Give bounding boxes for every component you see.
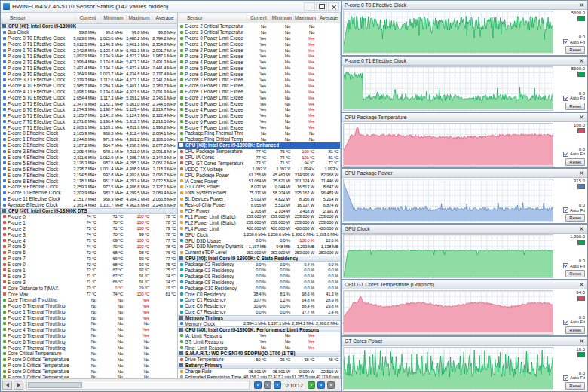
graph-titlebar[interactable]: CPU Package Power xyxy=(342,169,587,178)
sensor-row[interactable]: PCH Power2.306 W2.104 W3.418 W2.391 W xyxy=(178,208,340,214)
sensor-row[interactable]: E-core 10 Effective Clock2,203.9 MHz983.… xyxy=(1,190,177,196)
sensor-row[interactable]: P-core 773 °C69 °C99 °C77 °C xyxy=(1,256,177,262)
sensor-row[interactable]: P-core 0 Thermal ThrottlingNoNoYes xyxy=(1,303,177,309)
column-header-maximum[interactable]: Maximum xyxy=(126,15,152,20)
sensor-row[interactable]: P-core 672 °C68 °C98 °C76 °C xyxy=(1,250,177,256)
sensor-row[interactable]: P-core 6 Thermal ThrottlingNoNoNo xyxy=(1,338,177,345)
sensor-group-header[interactable]: CPU [#0]: Intel Core i9-13900K xyxy=(1,23,177,29)
autofit-checkbox[interactable]: Auto Fit xyxy=(563,320,585,325)
sensor-row[interactable]: P-core 3 T0 Effective Clock2,364.9 MHz1,… xyxy=(1,71,177,77)
column-header-average[interactable]: Average xyxy=(317,15,340,20)
sensor-row[interactable]: CPU GT Cores Temperature (Graphics)73 °C… xyxy=(178,160,340,166)
sensor-row[interactable]: E-core 4 Effective Clock2,311.6 MHz1,012… xyxy=(1,155,177,161)
sensor-row[interactable]: P-core 0 T1 Effective Clock3,012.5 MHz1,… xyxy=(1,41,177,47)
scrollbar-thumb[interactable] xyxy=(28,382,82,388)
sensor-row[interactable]: Package C8 Residency0.0 %0.0 %0.0 %0.0 % xyxy=(178,279,340,285)
collapse-icon[interactable] xyxy=(2,24,6,28)
sensor-row[interactable]: GPU D3D Usage8.0 %0.0 %100.0 %12.6 % xyxy=(178,237,340,243)
sensor-row[interactable]: Core C7 Residency0.0 %0.0 %37.7 %2.4 % xyxy=(178,309,340,315)
sensor-row[interactable]: E-core 3 Critical TemperatureNoNoNo xyxy=(178,29,340,35)
sensor-row[interactable]: E-core 2 Power Limit ExceededYesNoYes xyxy=(178,95,340,101)
sensor-row[interactable]: PL1 Power Limit (Static)253.000 W253.000… xyxy=(178,214,340,220)
sensor-row[interactable]: P-core 5 Power Limit ExceededYesNoYes xyxy=(178,65,340,71)
autofit-checkbox[interactable]: Auto Fit xyxy=(563,375,585,381)
minimize-icon[interactable] xyxy=(304,2,315,11)
sensor-row[interactable]: P-core 1 T1 Effective Clock2,092.9 MHz1,… xyxy=(1,53,177,59)
sensor-row[interactable]: Core Distance to TjMAX23 °C0 °C29 °C19 °… xyxy=(1,285,177,291)
sensor-group-header[interactable]: Memory Timings xyxy=(178,315,340,321)
sensor-row[interactable]: VDDQ TX Voltage1.093 V1.093 V1.094 V1.09… xyxy=(178,166,340,172)
sensor-row[interactable]: E-core 8 Effective Clock2,178.1 MHz961.2… xyxy=(1,178,177,184)
settings-gears-icon[interactable] xyxy=(264,381,271,389)
sensor-row[interactable]: Bus Clock99.8 MHz99.8 MHz99.8 MHz99.8 MH… xyxy=(1,29,177,35)
sensor-row[interactable]: P-core 4 T1 Effective Clock2,098.1 MHz1,… xyxy=(1,89,177,95)
sensor-row[interactable]: E-core 6 Effective Clock2,238.7 MHz1,001… xyxy=(1,166,177,172)
graph-titlebar[interactable]: GPU Clock xyxy=(342,225,587,234)
sensor-row[interactable]: Drive Temperature50 °C35 °C58 °C48 °C xyxy=(178,357,340,363)
graphs-icon[interactable] xyxy=(317,381,325,389)
configure-icon[interactable] xyxy=(327,381,335,389)
sensor-row[interactable]: P-core 5 T0 Effective Clock2,654.4 MHz1,… xyxy=(1,95,177,101)
sensor-row[interactable]: IA: Limit ReasonsYesNoYes xyxy=(178,332,340,338)
sensor-row[interactable]: P-core 3 Power Limit ExceededYesNoYes xyxy=(178,53,340,59)
collapse-icon[interactable] xyxy=(179,351,183,355)
sensor-group-header[interactable]: CPU [#0]: Intel Core i9-13900K DTS xyxy=(1,208,177,214)
column-header-current[interactable]: Current xyxy=(75,15,100,20)
column-header-current[interactable]: Current xyxy=(247,15,270,20)
sensor-row[interactable]: P-core 6 T1 Effective Clock2,185.7 MHz1,… xyxy=(1,112,177,118)
sensor-row[interactable]: E-core 1 Power Limit ExceededYesNoYes xyxy=(178,89,340,95)
sensor-row[interactable]: Charge Rate-35.901 W-35.901 W0.000 W-22.… xyxy=(178,369,340,375)
graph-close-icon[interactable] xyxy=(578,225,585,232)
graph-close-icon[interactable] xyxy=(578,338,585,345)
graph-close-icon[interactable] xyxy=(578,57,585,64)
sensor-row[interactable]: Package C6 Residency0.0 %0.0 %0.0 %0.0 % xyxy=(178,273,340,279)
sensor-row[interactable]: P-core 7 T1 Effective Clock2,065.1 MHz1,… xyxy=(1,124,177,130)
close-icon[interactable] xyxy=(328,2,339,11)
column-header-sensor[interactable]: Sensor xyxy=(178,15,247,20)
sensor-row[interactable]: P-core 4 Thermal ThrottlingNoNoYes xyxy=(1,326,177,332)
sensor-row[interactable]: E-core 172 °C67 °C92 °C75 °C xyxy=(1,268,177,274)
sensor-row[interactable]: Total System Power75.311 W58.204 W335.16… xyxy=(178,190,340,196)
sensor-row[interactable]: P-core 0 Critical TemperatureNoNoNo xyxy=(1,357,177,363)
autofit-checkbox[interactable]: Auto Fit xyxy=(563,39,585,44)
collapse-icon[interactable] xyxy=(2,209,6,213)
graph-titlebar[interactable]: GT Cores Power xyxy=(342,337,587,346)
sensor-row[interactable]: P-core 5 T1 Effective Clock2,347.9 MHz1,… xyxy=(1,101,177,107)
sensor-row[interactable]: Average Effective Clock2,361.4 MHz1,101.… xyxy=(1,202,177,208)
checkbox-icon[interactable] xyxy=(563,152,568,157)
sensor-row[interactable]: P-core 574 °C70 °C100 °C78 °C xyxy=(1,243,177,250)
sensor-row[interactable]: CPU Package Temperature77 °C75 °C100 °C8… xyxy=(178,149,340,155)
checkbox-icon[interactable] xyxy=(563,320,568,325)
sensor-row[interactable]: CPU Package Power61.156 W45.463 W314.995… xyxy=(178,172,340,178)
sensor-row[interactable]: E-core 2 Effective Clock2,187.2 MHz954.7… xyxy=(1,142,177,149)
reset-button[interactable]: Reset xyxy=(565,270,585,277)
sensor-row[interactable]: Core Max77 °C74 °C100 °C81 °C xyxy=(1,291,177,297)
sensor-row[interactable]: E-core 4 Power Limit ExceededYesNoYes xyxy=(178,106,340,112)
sensor-group-header[interactable]: Battery: Primary xyxy=(178,363,340,369)
sensor-row[interactable]: E-core 3 Power Limit ExceededYesNoYes xyxy=(178,101,340,107)
sensor-row[interactable]: E-core 6 Power Limit ExceededYesNoYes xyxy=(178,118,340,124)
sensor-row[interactable]: E-core 9 Effective Clock2,259.3 MHz977.5… xyxy=(1,184,177,190)
reset-button[interactable]: Reset xyxy=(565,214,585,222)
sensor-row[interactable]: P-core 4 T0 Effective Clock2,985.7 MHz1,… xyxy=(1,83,177,89)
sensor-row[interactable]: P-core 1 Critical TemperatureNoNoNo xyxy=(1,363,177,369)
sensor-row[interactable]: E-core 7 Power Limit ExceededYesNoYes xyxy=(178,124,340,130)
sensor-row[interactable]: E-core 5 Power Limit ExceededYesNoYes xyxy=(178,112,340,118)
sensor-row[interactable]: P-core 275 °C71 °C100 °C79 °C xyxy=(1,225,177,231)
checkbox-icon[interactable] xyxy=(563,263,568,268)
checkbox-icon[interactable] xyxy=(563,375,568,381)
sensor-row[interactable]: Package C10 Residency0.0 %0.0 %0.0 %0.0 … xyxy=(178,285,340,291)
sensor-row[interactable]: P-core 374 °C70 °C99 °C78 °C xyxy=(1,231,177,237)
column-header-sensor[interactable]: Sensor xyxy=(1,15,75,20)
checkbox-icon[interactable] xyxy=(563,96,568,101)
titlebar[interactable]: HWiNFO64 v7.46-5110 Sensor Status (142 v… xyxy=(1,1,341,13)
sensor-row[interactable]: CPU IA Cores77 °C74 °C100 °C81 °C xyxy=(178,155,340,161)
sensor-row[interactable]: GPU D3D Memory Dynamic1,197 MB948 MB1,29… xyxy=(178,243,340,250)
autofit-checkbox[interactable]: Auto Fit xyxy=(563,207,585,213)
collapse-icon[interactable] xyxy=(179,363,183,367)
collapse-icon[interactable] xyxy=(179,328,183,332)
reset-values-icon[interactable] xyxy=(308,381,315,389)
autofit-checkbox[interactable]: Auto Fit xyxy=(563,96,585,101)
sensor-row[interactable]: Package/Ring Thermal ThrottlingNoNoNo xyxy=(178,130,340,136)
scroll-right-icon[interactable] xyxy=(14,381,23,390)
